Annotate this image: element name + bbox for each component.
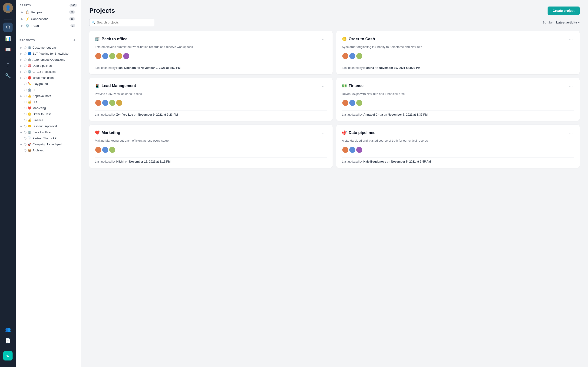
trash-arrow: ▶ [21,25,24,27]
avatar-circle [109,146,116,153]
sidebar-item-trash[interactable]: ▶ 🗑️ Trash 1 [19,22,77,29]
sidebar: ASSETS 103 ▶ 📋 Recipes 88 ▶ ⚡ Connection… [16,0,81,367]
nav-share-icon[interactable]: ⤴ [3,60,13,69]
recipes-label: Recipes [31,10,68,14]
avatar-circle [102,99,109,106]
project-item-cicd[interactable]: ▶ ⬡ ⚙️ CI-CD processes [18,69,79,75]
connections-label: Connections [31,17,68,21]
sort-selector[interactable]: Sort by: Latest activity ▾ [543,21,580,25]
card-description: A standardized and trusted source of tru… [342,138,574,143]
updated-by: Nishtha [363,66,374,69]
card-description: RevenueOps with NetSuite and FinancialFo… [342,92,574,96]
sidebar-item-connections[interactable]: ▶ ⚡ Connections 15 [19,16,77,22]
avatar-circle [102,53,109,59]
card-description: Making Marketing outreach efficient acro… [95,138,327,143]
updated-by: Kale Bogdanovs [363,160,386,163]
avatar-circle [123,53,130,59]
card-emoji: 🪙 [342,36,347,42]
stack-icon: ⬡ [24,149,26,152]
project-item-discount-approval[interactable]: ▶ ⬡ 🤝 Discount Approval [18,123,79,129]
card-title-text: Order to Cash [349,37,375,42]
elt-emoji: 🔵 [28,52,31,55]
connections-count: 15 [69,17,75,20]
card-menu-button[interactable]: ··· [321,36,327,42]
avatar-circle [95,53,102,59]
card-title-text: Marketing [102,131,120,135]
p-arrow: ▶ [20,131,23,133]
project-item-data-pipelines[interactable]: ▶ ⬡ 🎯 Data pipelines [18,63,79,69]
project-item-campaign[interactable]: ▶ ⬡ 🚀 Campaign Launchpad [18,142,79,147]
avatar[interactable]: 👤 [3,3,13,13]
playground-label: Playground [33,82,77,86]
card-header: ❤️ Marketing ··· [95,130,327,136]
card-title-text: Data pipelines [349,131,375,135]
project-item-approval-bots[interactable]: ▶ ⬡ 👍 Approval bots [18,93,79,99]
nav-people-icon[interactable]: 👥 [3,325,13,334]
create-project-button[interactable]: Create project [547,7,580,15]
recipes-icon: 📋 [25,10,30,14]
card-footer: Last updated by Zyn Yee Lee on November … [95,110,327,116]
avatar-circle [116,99,123,106]
card-avatars [95,53,327,59]
nav-divider-2 [4,57,12,57]
project-item-marketing[interactable]: ⬡ ❤️ Marketing [18,105,79,111]
updated-on: November 9, 2021 at 9:23 PM [138,113,178,116]
project-item-elt-pipeline[interactable]: ▶ ⬡ 🔵 ELT Pipeline for Snowflake [18,51,79,57]
campaign-emoji: 🚀 [28,142,31,146]
project-item-finance[interactable]: ⬡ 💰 Finance [18,117,79,123]
nav-file-icon[interactable]: 📄 [3,336,13,345]
page-title: Projects [89,7,115,14]
add-project-button[interactable]: + [72,38,77,43]
stack-icon: ⬡ [24,125,26,128]
hr-label: HR [33,100,77,104]
connections-icon: ⚡ [25,17,30,21]
card-menu-button[interactable]: ··· [321,83,327,89]
sidebar-item-recipes[interactable]: ▶ 📋 Recipes 88 [19,9,77,15]
trash-label: Trash [31,24,69,27]
stack-icon: ⬡ [24,136,26,140]
issue-emoji: 🔴 [28,76,31,80]
project-item-playground[interactable]: ⬡ ✏️ Playground [18,81,79,87]
card-menu-button[interactable]: ··· [568,130,574,136]
project-item-order-to-cash[interactable]: ⬡ 🪙 Order to Cash [18,111,79,117]
card-title-text: Back to office [102,37,127,42]
stack-icon: ⬡ [24,88,26,92]
avatar-circle [109,99,116,106]
project-item-archived[interactable]: ⬡ 📦 Archived [18,147,79,153]
order-label: Order to Cash [33,112,77,116]
nav-book-icon[interactable]: 📖 [3,45,13,54]
card-footer: Last updated by Kale Bogdanovs on Novemb… [342,158,574,163]
workato-logo-icon[interactable]: w [3,351,13,360]
project-item-autonomous[interactable]: ▶ ⬡ 🤖 Autonomous Operations [18,57,79,63]
p-arrow: ▶ [20,143,23,146]
cards-grid: 🏢 Back to office ··· Lets employees subm… [81,31,588,176]
card-menu-button[interactable]: ··· [568,83,574,89]
autonomous-emoji: 🤖 [28,58,31,61]
connections-arrow: ▶ [21,18,24,20]
card-menu-button[interactable]: ··· [321,130,327,136]
project-item-partner-status[interactable]: ⬡ 📄 Partner Status API [18,135,79,141]
project-item-hr[interactable]: ⬡ 👑 HR [18,99,79,105]
nav-wrench-icon[interactable]: 🔧 [3,71,13,81]
approval-emoji: 👍 [28,94,31,98]
nav-layers-icon[interactable]: ⬡ [3,23,13,32]
assets-title: ASSETS [19,4,31,7]
card-title: ❤️ Marketing [95,130,120,135]
cicd-label: CI-CD processes [33,70,77,74]
project-item-issue-resolution[interactable]: ▶ ⬡ 🔴 Issue resolution [18,75,79,81]
project-item-back-to-office[interactable]: ▶ ⬡ 🏢 Back to office [18,129,79,135]
updated-on: November 12, 2021 at 2:11 PM [129,160,171,163]
assets-count: 103 [69,4,77,7]
search-input[interactable] [89,19,154,26]
card-avatars [95,146,327,153]
card-avatars [342,53,574,59]
partner-label: Partner Status API [33,136,77,140]
card-menu-button[interactable]: ··· [568,36,574,42]
nav-chart-icon[interactable]: 📊 [3,34,13,43]
stack-icon: ⬡ [24,112,26,116]
card-title: 🏢 Back to office [95,36,127,42]
project-item-it[interactable]: ⬡ 🏛️ IT [18,87,79,93]
project-card: 🎯 Data pipelines ··· A standardized and … [336,125,580,168]
campaign-label: Campaign Launchpad [33,142,77,146]
project-item-customer-outreach[interactable]: ▶ ⬡ 🏛️ Customer outreach [18,45,79,50]
